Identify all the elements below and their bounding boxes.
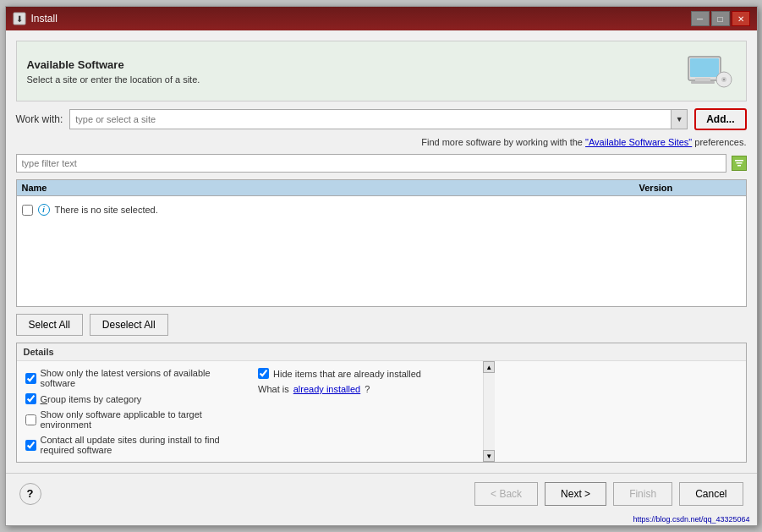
find-more-text-before: Find more software by working with the [421,137,585,147]
available-software-sites-link[interactable]: "Available Software Sites" [585,137,692,147]
filter-icon [732,156,747,171]
hide-installed-label[interactable]: Hide items that are already installed [273,369,421,379]
what-is-text-after: ? [365,384,370,394]
work-with-label: Work with: [16,113,63,125]
title-bar-left: ⬇ Install [13,12,58,25]
details-right: Hide items that are already installed Wh… [258,368,474,455]
deselect-all-button[interactable]: Deselect All [90,314,168,336]
no-site-message: There is no site selected. [55,205,158,215]
show-latest-row: Show only the latest versions of availab… [25,368,242,388]
site-input[interactable] [69,109,688,129]
main-content: Available Software Select a site or ente… [6,30,757,473]
computer-cd-icon [687,52,733,90]
install-window: ⬇ Install ─ □ ✕ Available Software Selec… [5,6,758,526]
svg-rect-10 [736,162,742,164]
find-more-text-after: preferences. [694,137,746,147]
svg-rect-9 [735,160,743,162]
contact-sites-checkbox[interactable] [25,440,36,451]
what-is-installed-row: What is already installed ? [258,384,474,394]
close-button[interactable]: ✕ [732,11,750,26]
scroll-down-arrow[interactable]: ▼ [483,450,495,462]
site-dropdown-wrapper[interactable]: ▼ [69,109,688,129]
filter-svg-icon [734,158,744,168]
col-header-version: Version [639,183,741,193]
header-title: Available Software [27,58,200,71]
col-header-name: Name [22,183,639,193]
title-bar: ⬇ Install ─ □ ✕ [6,7,757,30]
contact-sites-label[interactable]: Contact all update sites during install … [41,435,242,455]
group-by-category-checkbox[interactable] [25,393,36,404]
svg-rect-4 [695,78,710,81]
footer: ? < Back Next > Finish Cancel [6,473,757,513]
find-more-row: Find more software by working with the "… [16,137,747,147]
header-icon-area [685,50,736,92]
svg-point-8 [723,79,725,80]
window-title: Install [31,13,58,25]
work-with-row: Work with: ▼ Add... [16,108,747,130]
header-subtitle: Select a site or enter the location of a… [27,74,200,85]
svg-rect-11 [737,165,741,167]
footer-area: ? < Back Next > Finish Cancel https://bl… [6,473,757,525]
title-bar-controls: ─ □ ✕ [691,11,750,26]
row-checkbox[interactable] [22,205,33,216]
details-header: Details [17,343,746,361]
group-by-category-label[interactable]: Group items by category [41,394,142,404]
back-button[interactable]: < Back [474,482,538,506]
footer-left: ? [19,483,41,505]
cancel-button[interactable]: Cancel [679,482,743,506]
dropdown-arrow-icon[interactable]: ▼ [671,109,688,129]
footer-right: < Back Next > Finish Cancel [474,482,743,506]
svg-text:⬇: ⬇ [16,14,23,24]
software-table: Name Version i There is no site selected… [16,179,747,307]
hide-installed-row: Hide items that are already installed [258,368,474,379]
help-button[interactable]: ? [19,483,41,505]
next-button[interactable]: Next > [545,482,606,506]
svg-rect-3 [690,58,719,77]
details-scrollbar[interactable]: ▲ ▼ [483,361,495,462]
details-left: Show only the latest versions of availab… [25,368,242,455]
contact-sites-row: Contact all update sites during install … [25,435,242,455]
header-section: Available Software Select a site or ente… [16,41,747,101]
buttons-row: Select All Deselect All [16,314,747,336]
table-header: Name Version [17,180,746,196]
finish-button[interactable]: Finish [613,482,672,506]
svg-rect-5 [691,81,715,84]
maximize-button[interactable]: □ [711,11,730,26]
hide-installed-checkbox[interactable] [258,368,269,379]
watermark: https://blog.csdn.net/qq_43325064 [6,513,757,525]
scroll-up-arrow[interactable]: ▲ [483,361,495,373]
show-applicable-row: Show only software applicable to target … [25,409,242,430]
already-installed-link[interactable]: already installed [293,384,361,394]
window-icon: ⬇ [13,12,26,25]
minimize-button[interactable]: ─ [691,11,710,26]
filter-input[interactable] [16,154,726,173]
details-body: Show only the latest versions of availab… [17,361,746,462]
add-button[interactable]: Add... [694,108,746,130]
details-section: Details Show only the latest versions of… [16,343,747,463]
what-is-text: What is [258,384,289,394]
table-body: i There is no site selected. [17,196,746,223]
show-applicable-checkbox[interactable] [25,414,36,425]
header-text: Available Software Select a site or ente… [27,58,200,85]
info-icon: i [38,204,50,216]
show-latest-label[interactable]: Show only the latest versions of availab… [41,368,242,388]
table-row: i There is no site selected. [22,201,741,218]
group-label-text: Group items by category [41,394,142,404]
details-content: Show only the latest versions of availab… [17,361,483,462]
show-latest-checkbox[interactable] [25,373,36,384]
filter-row [16,154,747,173]
group-by-category-row: Group items by category [25,393,242,404]
show-applicable-label[interactable]: Show only software applicable to target … [41,409,242,430]
select-all-button[interactable]: Select All [16,314,83,336]
